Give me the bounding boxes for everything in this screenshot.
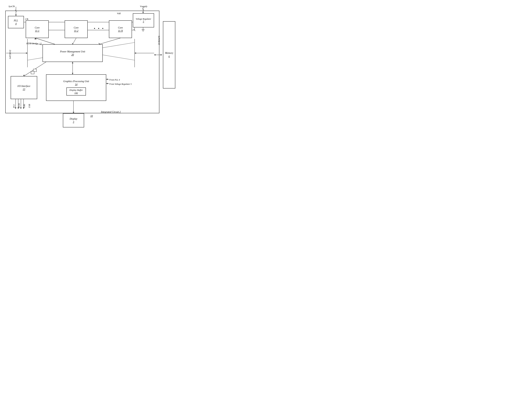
core2-number: 11-2 [74, 29, 78, 32]
vreg-title: Voltage Regulator [136, 18, 151, 21]
display-number: 3 [73, 121, 74, 123]
io-title: I/O Interface [18, 84, 30, 88]
io-block: I/O Interface 13 [11, 76, 37, 99]
dots-label: • • • [94, 26, 104, 31]
vreg-block: Voltage Regulator 5 [133, 13, 154, 28]
io-ports: PCI PCIX GBE USB [13, 101, 31, 108]
memory-title: Memory [165, 52, 173, 54]
io-number: 13 [23, 88, 25, 91]
port-usb: USB [28, 101, 31, 108]
core1-number: 11-1 [35, 29, 39, 32]
display-title: Display [70, 117, 77, 121]
pll-number: 4 [15, 22, 17, 25]
diagram-container: SysClk Vsupply Memory 6 PLL 4 Voltage Re… [0, 0, 177, 135]
port-pcix: PCIX [18, 101, 21, 108]
coreN-number: 11-N [118, 29, 123, 32]
db-title: Display Buffer [69, 89, 83, 92]
pll-block: PLL 4 [8, 16, 24, 28]
ic-label: Integrated Circuit 2 [101, 111, 121, 113]
coreN-title: Core [118, 26, 123, 29]
north-bridge-label: North Bridge 12 [26, 42, 42, 45]
vdd-label: Vdd [117, 12, 121, 15]
core1-title: Core [35, 26, 39, 29]
gpu-block: Graphics Processing Unit 14 Display Buff… [46, 74, 106, 101]
display-buffer-block: Display Buffer 142 [66, 87, 86, 95]
system-number: 10 [90, 115, 93, 117]
gpu-title: Graphics Processing Unit [63, 80, 89, 83]
core-11-n-block: Core 11-N [109, 20, 132, 38]
memory-block: Memory 6 [163, 21, 175, 88]
pmu-block: Power Management Unit 20 [43, 44, 103, 62]
core-11-2-block: Core 11-2 [65, 20, 88, 38]
svg-marker-65 [161, 54, 162, 56]
svg-line-5 [142, 8, 144, 10]
db-number: 142 [74, 92, 78, 94]
from-vreg-label: From Voltage Regulator 5 [110, 83, 132, 86]
sysclk-label: SysClk [8, 5, 15, 8]
setv-label: SelV[M:0] [158, 36, 160, 45]
port-pci: PCI [13, 101, 15, 108]
display-block: Display 3 [63, 113, 84, 127]
gpu-number: 14 [75, 83, 77, 86]
from-pll-label: From PLL 4 [110, 79, 120, 81]
port-gbe: GBE [23, 101, 26, 108]
vreg-number: 5 [143, 20, 144, 23]
core-11-1-block: Core 11-1 [26, 20, 49, 38]
pmu-title: Power Management Unit [60, 50, 85, 53]
pmu-number: 20 [71, 53, 74, 56]
vsupply-label: Vsupply [140, 5, 147, 8]
memory-number: 6 [169, 55, 170, 58]
pll-title: PLL [14, 19, 18, 22]
core2-title: Core [74, 26, 78, 29]
self-label: SelF[M:0] [9, 50, 12, 59]
clk-label: Clk [25, 18, 28, 21]
